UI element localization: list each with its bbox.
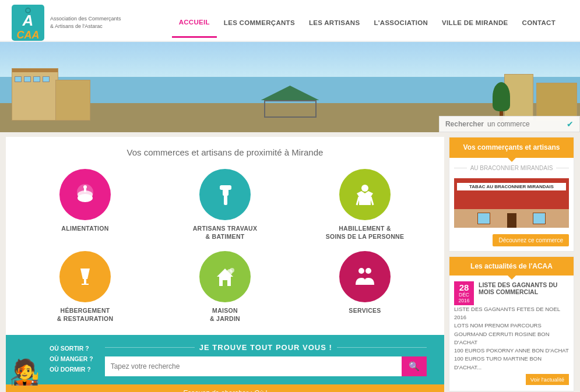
- category-hebergement[interactable]: HÉBERGEMENT& RESTAURATION: [17, 251, 153, 323]
- dash-left: [454, 168, 467, 168]
- category-label-artisans: ARTISANS TRAVAUX& BATIMENT: [193, 225, 258, 241]
- search-submit-icon[interactable]: ✔: [567, 119, 574, 129]
- category-circle-services: [339, 251, 391, 302]
- page-wrapper: A CAA Association des Commerçants & Arti…: [0, 0, 580, 392]
- nav-artisans[interactable]: LES ARTISANS: [302, 9, 367, 37]
- page-subtitle: Vos commerces et artisans de proximité à…: [17, 147, 433, 157]
- category-label-habillement: HABILLEMENT &SOINS DE LA PERSONNE: [326, 225, 405, 241]
- svg-point-11: [82, 271, 84, 273]
- hero-banner: Rechercher ✔: [0, 42, 580, 132]
- svg-rect-7: [220, 185, 231, 190]
- news-header: Les actualités de l'ACAA: [449, 257, 574, 276]
- logo-tag: A CAA: [12, 5, 44, 41]
- promo-bar: 🧑‍🎤 OÙ SORTIR ? OÙ MANGER ? OÙ DORMIR ? …: [6, 335, 444, 384]
- commercants-header: Vos commerçants et artisans: [449, 137, 574, 158]
- promo-search-button[interactable]: 🔍: [402, 356, 427, 376]
- assoc-line2: & Artisans de l'Astarac: [50, 23, 121, 31]
- nav-accueil[interactable]: ACCUEIL: [172, 8, 217, 38]
- building-2: [55, 80, 90, 121]
- search-label: Rechercher: [445, 120, 484, 128]
- category-artisans[interactable]: ARTISANS TRAVAUX& BATIMENT: [157, 169, 293, 241]
- category-label-maison: MAISON& JARDIN: [210, 307, 240, 323]
- window-2: [533, 213, 546, 224]
- search-bar: Rechercher ✔: [439, 116, 580, 132]
- svg-point-15: [230, 268, 234, 273]
- promo-character: 🧑‍🎤: [9, 360, 40, 384]
- news-title: LISTE DES GAGNANTS DU MOIS COMMERCIAL: [479, 281, 569, 295]
- glass-icon: [71, 263, 99, 291]
- logo-letter: A: [23, 12, 34, 30]
- news-view-button[interactable]: Voir l'actualité: [526, 374, 569, 385]
- category-label-services: SERVICES: [349, 307, 381, 315]
- promo-heading-text: JE TROUVE TOUT POUR VOUS !: [199, 343, 332, 352]
- shop-tag-text: AU BRACONNIER MIRANDAIS: [470, 165, 553, 171]
- news-date-day: 28: [457, 283, 471, 292]
- category-habillement[interactable]: HABILLEMENT &SOINS DE LA PERSONNE: [297, 169, 433, 241]
- building-4: [536, 83, 577, 121]
- association-text: Association des Commerçants & Artisans d…: [50, 15, 121, 31]
- promo-line-left: [105, 347, 195, 348]
- svg-rect-6: [224, 195, 227, 205]
- nav-ville[interactable]: VILLE DE MIRANDE: [435, 9, 515, 37]
- promo-line-1: OÙ SORTIR ?: [50, 344, 93, 354]
- building-1: [12, 68, 58, 121]
- svg-point-17: [365, 268, 371, 274]
- discover-button[interactable]: Découvrez ce commerce: [493, 234, 569, 246]
- news-date-year: 2016: [457, 298, 471, 303]
- category-circle-artisans: [199, 169, 251, 220]
- promo-line-3: OÙ DORMIR ?: [50, 365, 93, 375]
- promo-search-input[interactable]: [105, 356, 402, 376]
- body-area: Vos commerces et artisans de proximité à…: [0, 132, 580, 392]
- category-label-alimentation: ALIMENTATION: [61, 225, 108, 233]
- nav-contact[interactable]: CONTACT: [515, 9, 563, 37]
- sky-bg: [0, 42, 580, 77]
- news-body-line-3: GOURMAND CERRUTI ROSINE BON D'ACHAT: [454, 330, 569, 347]
- news-link-area: Voir l'actualité: [454, 374, 569, 385]
- svg-point-8: [361, 185, 368, 192]
- hammer-icon: [211, 181, 239, 209]
- news-body-line-5: 100 EUROS TURO MARTINE BON D'ACHAT...: [454, 355, 569, 372]
- main-content: Vos commerces et artisans de proximité à…: [6, 137, 444, 392]
- shop-facade: TABAC AU BRACONNIER MIRANDAIS: [454, 178, 569, 210]
- window-1: [477, 213, 490, 224]
- news-body-line-4: 100 EUROS POKORNY ANNE BON D'ACHAT: [454, 347, 569, 355]
- shop-door: [507, 213, 516, 228]
- news-body-line-2: LOTS NOM PRENOM PARCOURS: [454, 322, 569, 330]
- shop-image: TABAC AU BRACONNIER MIRANDAIS: [454, 178, 569, 228]
- category-maison[interactable]: MAISON& JARDIN: [157, 251, 293, 323]
- news-item: 28 DÉC 2016 LISTE DES GAGNANTS DU MOIS C…: [449, 276, 574, 391]
- main-navigation: ACCUEIL LES COMMERÇANTS LES ARTISANS L'A…: [139, 8, 568, 38]
- logo[interactable]: A CAA Association des Commerçants & Arti…: [12, 5, 121, 41]
- dash-right: [556, 168, 569, 168]
- house-icon: [211, 263, 239, 291]
- promo-line-right: [337, 347, 427, 348]
- nav-commercants[interactable]: LES COMMERÇANTS: [217, 9, 302, 37]
- category-circle-alimentation: [59, 169, 111, 220]
- category-circle-maison: [199, 251, 251, 302]
- shop-windows: [454, 209, 569, 228]
- right-sidebar: Vos commerçants et artisans AU BRACONNIE…: [449, 137, 574, 392]
- tree-top: [493, 82, 510, 111]
- search-input[interactable]: [487, 120, 563, 128]
- town-pavilion: [261, 86, 319, 118]
- category-grid: ALIMENTATION ARTISANS TRAVAUX& BATIMENT: [17, 169, 433, 323]
- promo-input-wrap: 🔍: [105, 356, 427, 376]
- try-bar: Essayez de chercher : Où |: [6, 384, 444, 392]
- site-header: A CAA Association des Commerçants & Arti…: [0, 0, 580, 42]
- people-icon: [351, 263, 379, 291]
- assoc-line1: Association des Commerçants: [50, 15, 121, 23]
- category-circle-hebergement: [59, 251, 111, 302]
- discover-area: Découvrez ce commerce: [449, 231, 574, 251]
- promo-center: JE TROUVE TOUT POUR VOUS ! 🔍: [99, 343, 433, 376]
- svg-line-10: [371, 197, 373, 205]
- category-services[interactable]: SERVICES: [297, 251, 433, 323]
- category-alimentation[interactable]: ALIMENTATION: [17, 169, 153, 241]
- promo-left-text: OÙ SORTIR ? OÙ MANGER ? OÙ DORMIR ?: [50, 344, 93, 375]
- logo-caa: CAA: [17, 30, 40, 40]
- nav-association[interactable]: L'ASSOCIATION: [367, 9, 435, 37]
- commercants-widget: Vos commerçants et artisans AU BRACONNIE…: [449, 137, 574, 252]
- pavilion-body: [264, 100, 317, 118]
- news-widget: Les actualités de l'ACAA 28 DÉC 2016 LIS…: [449, 256, 574, 391]
- promo-line-2: OÙ MANGER ?: [50, 354, 93, 365]
- person-icon: [351, 181, 379, 209]
